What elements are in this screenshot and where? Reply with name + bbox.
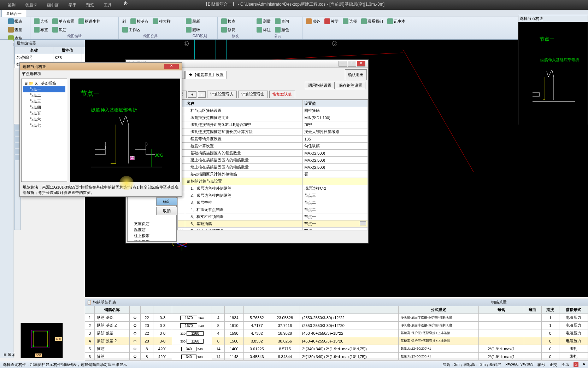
tree-item[interactable]: 跨中板带 — [128, 239, 176, 242]
tree-item[interactable]: 柱上板带 — [128, 233, 176, 239]
ime-icon[interactable]: A — [583, 362, 585, 367]
status-axis[interactable]: 轴号 — [537, 362, 545, 367]
ribbon-notepad[interactable]: 记事本 — [386, 18, 407, 25]
svg-point-9 — [33, 345, 34, 347]
sogou-icon[interactable]: S — [574, 362, 578, 367]
settings-tab-active[interactable]: ★【钢筋算量】设置 — [186, 71, 227, 79]
settings-row[interactable]: 箍筋弯钩角度设置135 — [178, 136, 368, 143]
tree-node-selected[interactable]: 节点一 — [23, 86, 65, 92]
menu-raise[interactable]: 举手 — [64, 1, 81, 9]
tree-item[interactable]: 支座负筋 — [128, 221, 176, 227]
plus-button[interactable]: + — [188, 91, 196, 98]
ribbon-col-style[interactable]: 柱大样 — [151, 18, 172, 25]
ribbon-teach[interactable]: 教学 — [323, 18, 340, 25]
settings-grid[interactable]: 名称设置值 柱节点区箍筋设置同柱箍筋 纵筋搭接范围箍筋间距MIN(5*D1,10… — [177, 99, 368, 230]
ribbon-layout[interactable]: 布置 — [33, 26, 49, 33]
rebar-row[interactable]: 2纵筋 基础.2Φ200-31670 240819104.717737.7416… — [85, 322, 588, 329]
ribbon-report[interactable]: 报表 — [7, 18, 24, 25]
menu-answer[interactable]: 答题卡 — [20, 1, 42, 9]
minus-button[interactable]: - — [198, 91, 206, 98]
ribbon-frame-col[interactable]: 框道生柱 — [77, 18, 102, 25]
settings-row[interactable]: 基础描固区只计算外侧箍筋否 — [178, 171, 368, 178]
save-rebar-button[interactable]: 保存钢筋设置 — [336, 82, 365, 89]
tree-node[interactable]: 节点六 — [23, 116, 65, 122]
ok-exit-button[interactable]: 确认退出 — [345, 69, 367, 80]
settings-row[interactable]: 3、顶层中柱节点二 — [178, 199, 368, 206]
settings-row[interactable]: 墙上柱在插筋描固区内的箍筋数量MAX(2,500) — [178, 164, 368, 171]
restore-button[interactable]: 恢复默认值 — [269, 91, 295, 98]
import-button[interactable]: 计算设置导入 — [207, 91, 237, 98]
ribbon-id-rebar[interactable]: 识筋 — [51, 26, 68, 33]
ribbon-measure[interactable]: 测量 — [255, 18, 272, 25]
settings-row[interactable]: 1、顶层边角柱外侧纵筋顶层边柱C-2 — [178, 185, 368, 192]
ribbon-color[interactable]: 颜色 — [274, 26, 290, 33]
ribbon-query[interactable]: 查询 — [274, 18, 290, 25]
ribbon-select[interactable]: 选择 — [33, 18, 49, 25]
rebar-row[interactable]: 6箍筋Φ84201340 1391411480.453466.348442*(1… — [85, 353, 588, 361]
menu-tools[interactable]: 工具 — [99, 1, 117, 9]
maximize-icon[interactable]: □ — [348, 61, 356, 67]
settings-row[interactable]: 柱节点区箍筋设置同柱箍筋 — [178, 107, 368, 114]
ok-button[interactable]: 确定 — [156, 197, 177, 206]
node-tree[interactable]: ⊟ 📁 6、基础插筋 节点一 节点二 节点三 节点四 节点五 节点六 节点七 — [21, 79, 67, 182]
settings-row[interactable]: 2、顶层边角柱内侧纵筋节点三 — [178, 192, 368, 199]
settings-row[interactable]: 基础插筋描固区内的箍筋数量MAX(2,500) — [178, 150, 368, 157]
load-rebar-button[interactable]: 调用钢筋设置 — [305, 82, 335, 89]
prop-row-val[interactable]: KZ3 — [53, 54, 82, 61]
main-tab[interactable]: 量筋合一 — [1, 10, 26, 17]
rebar-right-title: 钢筋总重 — [489, 299, 588, 306]
tree-node[interactable]: 节点七 — [23, 122, 65, 128]
rebar-row[interactable]: 5箍筋Φ84201340 3401414000.612258.57152*(34… — [85, 345, 588, 353]
tree-node[interactable]: 节点二 — [23, 92, 65, 98]
menu-pip[interactable]: 画中画 — [42, 1, 64, 9]
settings-row[interactable]: 纵筋搭接范围箍筋间距MIN(5*D1,100) — [178, 114, 368, 121]
ribbon-workarea[interactable]: 工作区 — [121, 26, 142, 33]
settings-row[interactable]: ⊟ 钢筋计算节点设置 — [178, 178, 368, 185]
export-button[interactable]: 计算设置导出 — [238, 91, 268, 98]
settings-row[interactable]: 梁上柱在插筋描固区内的箍筋数量MAX(2,500) — [178, 157, 368, 164]
status-drawing[interactable]: 图纸 — [561, 362, 569, 367]
status-coords: x=2468, y=7969 — [505, 362, 533, 367]
tree-item[interactable]: 温度筋 — [128, 227, 176, 233]
minimap[interactable]: 400 400 — [20, 323, 63, 358]
close-icon[interactable]: ✕ — [357, 61, 365, 67]
rebar-row[interactable]: 3插筋 独基Φ223-0330 1260415904.738218.9528(4… — [85, 329, 588, 337]
ribbon-check-qty[interactable]: 查量 — [7, 26, 24, 33]
close-icon[interactable]: ✕ — [164, 64, 179, 69]
settings-row[interactable]: 绑扎连接范围箍筋加密长度计算方法按最大绑扎长度考虑 — [178, 128, 368, 136]
ribbon-point-place[interactable]: 单点布置 — [51, 18, 76, 25]
ribbon-slant[interactable]: 斜 — [121, 18, 128, 25]
tree-node[interactable]: 节点五 — [23, 110, 65, 116]
tree-node[interactable]: 节点三 — [23, 98, 65, 104]
menu-signin[interactable]: 签到 — [3, 1, 20, 9]
cancel-button[interactable]: 取消 — [156, 207, 177, 215]
ribbon-annotate[interactable]: 标注 — [255, 26, 272, 33]
tree-node[interactable]: 节点四 — [23, 104, 65, 110]
ribbon-repair[interactable]: 修复 — [220, 26, 237, 33]
status-ortho[interactable]: 正交 — [549, 362, 557, 367]
ribbon-refresh[interactable]: 刷新 — [184, 18, 201, 25]
display-label[interactable]: 🖥 显示 — [3, 352, 16, 357]
menu-preview[interactable]: 预览 — [81, 1, 99, 9]
settings-row[interactable]: 拉筋计算设置勾住纵筋 — [178, 143, 368, 150]
settings-row[interactable]: 36 7、桩上柱插筋节点节点一 — [178, 228, 368, 231]
settings-row[interactable]: 6、基础插筋节点一... — [178, 220, 368, 228]
tree-root[interactable]: ⊟ 📁 6、基础插筋 — [23, 80, 65, 86]
svg-point-8 — [47, 331, 48, 333]
settings-row[interactable]: 绑扎连接错开距离0.3*LLE是否加密加密 — [178, 121, 368, 128]
minimize-icon[interactable]: — — [339, 61, 347, 67]
cell-expand-button[interactable]: ... — [360, 221, 366, 225]
rebar-detail-panel: 📋 钢筋明细列表 钢筋总重 钢筋名称公式描述弯钩弯曲搭接搭接形式1纵筋 基础Φ2… — [85, 299, 588, 358]
ribbon-base-pt[interactable]: 校基点 — [129, 18, 150, 25]
ribbon-contact[interactable]: 联系我们 — [360, 18, 384, 25]
rebar-row[interactable]: 4插筋 独基.2Φ203-0300 1260815603.853230.8256… — [85, 337, 588, 345]
ribbon-flip[interactable]: 翻转 — [184, 26, 201, 33]
settings-row[interactable]: 5、框支柱柱顶构造节点一 — [178, 213, 368, 220]
ribbon-check[interactable]: 检查 — [220, 18, 237, 25]
rebar-row[interactable]: 1纵筋 基础Φ220-31670 264419345.7633223.05328… — [85, 314, 588, 322]
ribbon-service[interactable]: 服务 — [305, 18, 322, 25]
ribbon-options[interactable]: 选项 — [341, 18, 358, 25]
power-icon[interactable]: ⏻ — [124, 1, 131, 8]
rebar-header: 弯曲 — [524, 306, 541, 314]
settings-row[interactable]: 4、柱顶无节点构造节点二 — [178, 206, 368, 213]
